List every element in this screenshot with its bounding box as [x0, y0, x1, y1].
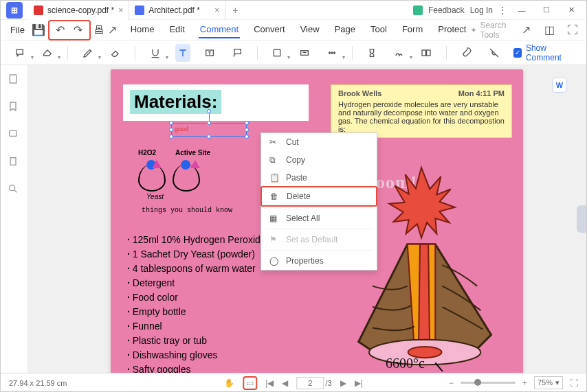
signature-tool[interactable]: ▾	[392, 44, 407, 62]
ctx-properties[interactable]: ◯Properties	[261, 252, 377, 270]
open-external-icon[interactable]: ↗	[518, 22, 534, 38]
list-item: Empty bottle	[127, 305, 266, 319]
ctx-paste[interactable]: 📋Paste	[261, 169, 377, 187]
paste-icon: 📋	[269, 173, 279, 183]
show-comment-toggle[interactable]: ✓ Show Comment	[513, 43, 574, 62]
compare-tool[interactable]	[419, 44, 434, 62]
menubar: File 💾 ↶ ↷ 🖶 ↗ Home Edit Comment Convert…	[1, 20, 586, 41]
first-page-button[interactable]: |◀	[265, 378, 274, 388]
share-icon[interactable]: ↗	[107, 22, 118, 38]
hand-tool-icon[interactable]: ✋	[224, 378, 234, 388]
tab-science-copy[interactable]: science-copy.pdf * ×	[28, 1, 129, 20]
pdf-icon	[34, 5, 43, 15]
note-body: Hydrogen peroxide molecules are very uns…	[338, 100, 505, 133]
last-page-button[interactable]: ▶|	[355, 378, 363, 388]
stamp2-tool[interactable]	[364, 44, 379, 62]
page-indicator[interactable]: 2 /3	[296, 377, 331, 389]
tab-architect[interactable]: Architect.pdf * ×	[129, 1, 225, 20]
underline-tool[interactable]: ▾	[148, 44, 163, 62]
h2o2-label: H2O2	[138, 149, 156, 157]
menu-protect[interactable]: Protect	[436, 21, 467, 38]
[interactable]	[577, 205, 586, 233]
list-item: 4 tablespoons of warm water	[127, 262, 266, 276]
select-tool-icon[interactable]: ▭	[246, 378, 254, 388]
comments-panel-icon[interactable]	[8, 128, 21, 142]
file-menu[interactable]: File	[6, 25, 29, 35]
search-tools-input[interactable]: ✦ Search Tools	[470, 21, 508, 40]
attachments-panel-icon[interactable]	[8, 156, 21, 170]
prev-page-button[interactable]: ◀	[282, 378, 288, 388]
redo-button[interactable]: ↷	[70, 22, 87, 38]
menu-tool[interactable]: Tool	[369, 21, 388, 38]
pdf-icon	[135, 5, 144, 15]
pencil-tool[interactable]: ▾	[80, 44, 96, 62]
zoom-out-button[interactable]: −	[449, 378, 454, 388]
ctx-cut[interactable]: ✂Cut	[261, 133, 377, 151]
delete-icon: 🗑	[270, 192, 280, 201]
selected-textbox[interactable]: good	[171, 123, 247, 137]
list-item: Safty goggles	[127, 362, 266, 373]
stamp-tool[interactable]	[297, 44, 312, 62]
separator	[265, 250, 373, 251]
undo-button[interactable]: ↶	[52, 22, 69, 38]
ctx-delete[interactable]: 🗑Delete	[261, 186, 377, 207]
word-export-icon[interactable]: W	[552, 78, 567, 93]
save-icon[interactable]: 💾	[32, 22, 45, 38]
login-link[interactable]: Log In	[470, 5, 493, 15]
next-page-button[interactable]: ▶	[340, 378, 346, 388]
ctx-set-default: ⚑Set as Default	[261, 231, 377, 249]
left-sidebar	[1, 65, 28, 373]
add-tab-button[interactable]: +	[225, 5, 245, 16]
measure-tool[interactable]: ▾	[324, 44, 340, 62]
list-item: Funnel	[127, 319, 266, 334]
zoom-in-button[interactable]: +	[522, 378, 527, 388]
cut-icon: ✂	[269, 137, 279, 147]
ctx-copy[interactable]: ⧉Copy	[261, 151, 377, 169]
sparkle-icon: ✦	[470, 25, 477, 35]
zoom-select[interactable]: 75%▾	[534, 376, 563, 389]
separator	[67, 46, 68, 60]
comment-note[interactable]: Brook Wells Mon 4:11 PM Hydrogen peroxid…	[331, 84, 512, 138]
close-icon[interactable]: ×	[214, 5, 219, 15]
menu-home[interactable]: Home	[129, 21, 156, 38]
close-window-button[interactable]: ✕	[562, 3, 581, 18]
attachment-tool[interactable]	[459, 44, 474, 62]
bookmark-icon[interactable]	[8, 101, 21, 115]
menu-edit[interactable]: Edit	[168, 21, 186, 38]
text-tool[interactable]	[175, 44, 190, 62]
feedback-link[interactable]: Feedback	[428, 5, 465, 15]
eraser-tool[interactable]	[108, 44, 123, 62]
note-time: Mon 4:11 PM	[458, 89, 505, 97]
separator	[265, 207, 373, 208]
maximize-button[interactable]: ☐	[537, 3, 556, 18]
zoom-slider[interactable]	[461, 382, 516, 384]
print-icon[interactable]: 🖶	[93, 22, 104, 38]
thumbnails-icon[interactable]	[8, 73, 21, 87]
page-number-input[interactable]: 2	[296, 377, 324, 389]
menu-page[interactable]: Page	[333, 21, 357, 38]
search-icon[interactable]	[8, 183, 21, 197]
ctx-select-all[interactable]: ▦Select All	[261, 209, 377, 227]
fit-page-icon[interactable]: ⛶	[570, 378, 578, 388]
callout-tool[interactable]	[230, 44, 245, 62]
list-item: Plastic tray or tub	[127, 334, 266, 348]
close-icon[interactable]: ×	[118, 5, 123, 15]
shape-tool[interactable]: ▾	[270, 44, 285, 62]
menu-form[interactable]: Form	[401, 21, 424, 38]
note-tool[interactable]: ▾	[13, 44, 28, 62]
textbox-tool[interactable]	[203, 44, 218, 62]
svg-rect-4	[422, 50, 425, 56]
temperature-label: 6600°c	[386, 356, 425, 371]
list-item: Detergent	[127, 276, 266, 290]
menu-comment[interactable]: Comment	[199, 21, 240, 38]
hide-tool[interactable]	[487, 44, 502, 62]
highlight-tool[interactable]: ▾	[41, 44, 56, 62]
titlebar: ⊞ science-copy.pdf * × Architect.pdf * ×…	[1, 1, 586, 20]
menu-view[interactable]: View	[299, 21, 321, 38]
kebab-menu-icon[interactable]: ⋮	[498, 5, 507, 15]
expand-icon[interactable]: ⛶	[564, 22, 581, 38]
tab-label: science-copy.pdf *	[47, 5, 114, 15]
minimize-button[interactable]: —	[512, 3, 531, 18]
menu-convert[interactable]: Convert	[252, 21, 287, 38]
panel-icon[interactable]: ◫	[541, 22, 557, 38]
